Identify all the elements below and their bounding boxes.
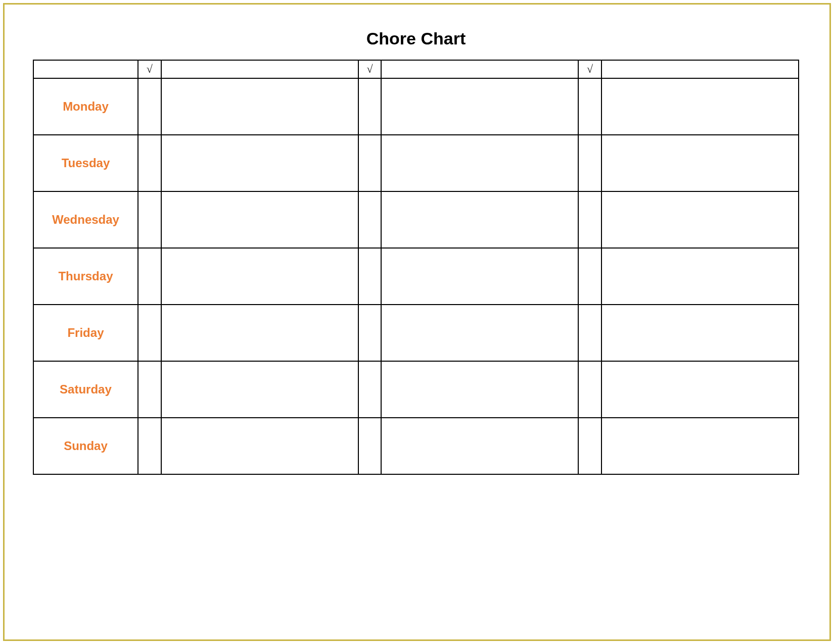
check-cell[interactable] [578,305,601,361]
day-label: Thursday [33,248,138,305]
table-row: Thursday [33,248,799,305]
day-label: Saturday [33,361,138,418]
page-frame: Chore Chart √ √ √ Monday [3,3,831,641]
header-check-1: √ [138,60,161,78]
task-cell[interactable] [381,361,578,418]
task-cell[interactable] [161,135,358,191]
day-label: Tuesday [33,135,138,191]
check-cell[interactable] [578,248,601,305]
task-cell[interactable] [381,78,578,135]
table-row: Friday [33,305,799,361]
header-blank [33,60,138,78]
table-row: Monday [33,78,799,135]
check-cell[interactable] [138,135,161,191]
task-cell[interactable] [381,135,578,191]
check-cell[interactable] [358,191,382,248]
task-cell[interactable] [161,78,358,135]
table-row: Sunday [33,418,799,474]
task-cell[interactable] [601,305,799,361]
task-cell[interactable] [161,305,358,361]
task-cell[interactable] [161,191,358,248]
check-cell[interactable] [358,248,382,305]
table-row: Tuesday [33,135,799,191]
task-cell[interactable] [601,191,799,248]
day-label: Wednesday [33,191,138,248]
header-check-3: √ [578,60,601,78]
task-cell[interactable] [381,191,578,248]
check-cell[interactable] [578,135,601,191]
task-cell[interactable] [161,248,358,305]
check-cell[interactable] [358,135,382,191]
task-cell[interactable] [601,418,799,474]
header-task-1 [161,60,358,78]
task-cell[interactable] [601,78,799,135]
check-cell[interactable] [138,191,161,248]
check-cell[interactable] [578,361,601,418]
check-cell[interactable] [578,418,601,474]
chore-table: √ √ √ Monday Tuesday [33,60,799,475]
task-cell[interactable] [161,361,358,418]
check-cell[interactable] [358,361,382,418]
check-cell[interactable] [358,418,382,474]
task-cell[interactable] [601,248,799,305]
day-label: Friday [33,305,138,361]
day-label: Monday [33,78,138,135]
task-cell[interactable] [381,305,578,361]
check-cell[interactable] [358,78,382,135]
task-cell[interactable] [601,361,799,418]
check-cell[interactable] [138,78,161,135]
task-cell[interactable] [161,418,358,474]
task-cell[interactable] [381,248,578,305]
task-cell[interactable] [381,418,578,474]
header-task-2 [381,60,578,78]
task-cell[interactable] [601,135,799,191]
table-header-row: √ √ √ [33,60,799,78]
check-cell[interactable] [138,361,161,418]
day-label: Sunday [33,418,138,474]
table-row: Saturday [33,361,799,418]
check-cell[interactable] [138,418,161,474]
header-task-3 [601,60,799,78]
check-cell[interactable] [138,248,161,305]
check-cell[interactable] [358,305,382,361]
table-row: Wednesday [33,191,799,248]
page-title: Chore Chart [33,29,799,48]
check-cell[interactable] [138,305,161,361]
header-check-2: √ [358,60,382,78]
check-cell[interactable] [578,191,601,248]
check-cell[interactable] [578,78,601,135]
